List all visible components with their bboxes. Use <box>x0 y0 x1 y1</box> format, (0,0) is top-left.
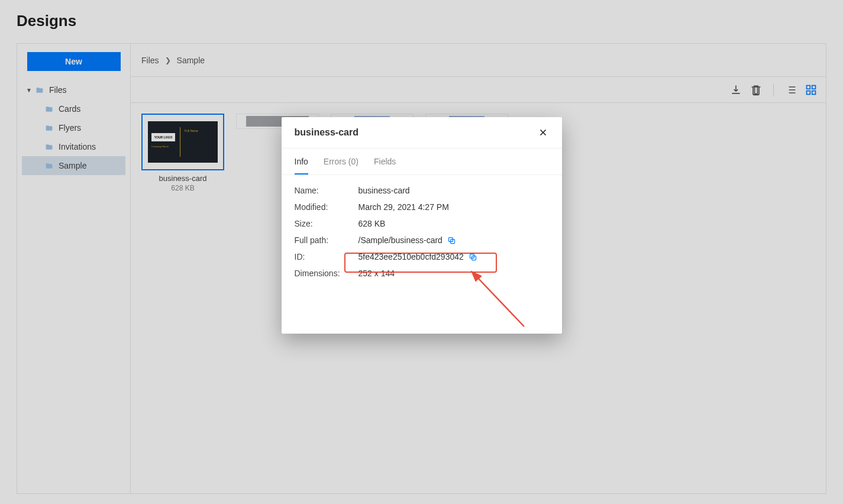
prop-value: 628 KB <box>358 219 386 228</box>
prop-row-fullpath: Full path: /Sample/business-card <box>295 232 549 248</box>
prop-label: Modified: <box>295 202 358 212</box>
prop-value: 5fe423ee2510eb0cfd293042 <box>358 252 464 261</box>
dialog-tabs: Info Errors (0) Fields <box>282 148 562 175</box>
prop-row-size: Size: 628 KB <box>295 215 549 232</box>
prop-value: March 29, 2021 4:27 PM <box>358 202 449 212</box>
prop-value: /Sample/business-card <box>358 235 443 245</box>
prop-label: ID: <box>295 252 358 261</box>
close-icon[interactable] <box>537 127 549 138</box>
prop-value: business-card <box>358 186 410 195</box>
prop-label: Full path: <box>295 235 358 245</box>
properties-list: Name: business-card Modified: March 29, … <box>282 175 562 334</box>
prop-label: Dimensions: <box>295 269 358 278</box>
properties-dialog: business-card Info Errors (0) Fields Nam… <box>282 117 562 334</box>
prop-row-dimensions: Dimensions: 252 x 144 <box>295 265 549 282</box>
copy-icon[interactable] <box>469 252 478 261</box>
modal-overlay[interactable]: business-card Info Errors (0) Fields Nam… <box>0 0 843 504</box>
dialog-title: business-card <box>295 127 358 138</box>
dialog-header: business-card <box>282 117 562 148</box>
copy-icon[interactable] <box>447 235 457 245</box>
prop-label: Name: <box>295 186 358 195</box>
prop-label: Size: <box>295 219 358 228</box>
prop-row-modified: Modified: March 29, 2021 4:27 PM <box>295 199 549 215</box>
tab-errors[interactable]: Errors (0) <box>324 148 358 175</box>
prop-row-id: ID: 5fe423ee2510eb0cfd293042 <box>295 248 549 265</box>
prop-value: 252 x 144 <box>358 269 395 278</box>
tab-fields[interactable]: Fields <box>374 148 396 175</box>
tab-info[interactable]: Info <box>295 148 308 175</box>
prop-row-name: Name: business-card <box>295 182 549 199</box>
